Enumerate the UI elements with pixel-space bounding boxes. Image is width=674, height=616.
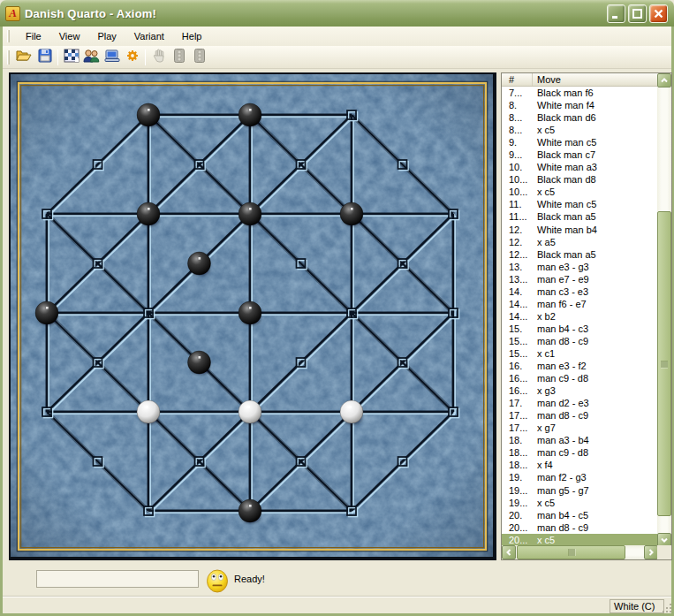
move-row[interactable]: 10...Black man d8	[502, 173, 658, 186]
move-number: 8.	[502, 99, 533, 111]
maximize-button[interactable]	[628, 4, 647, 23]
toolbar-board-button[interactable]	[61, 48, 81, 67]
move-row[interactable]: 14...x b2	[502, 310, 658, 323]
move-row[interactable]: 18.man a3 - b4	[502, 434, 658, 446]
move-row[interactable]: 13.man e3 - g3	[502, 261, 658, 273]
move-row[interactable]: 17...man d8 - c9	[502, 409, 658, 422]
resize-grip[interactable]	[661, 602, 673, 614]
toolbar-players-button[interactable]	[81, 48, 102, 67]
move-row[interactable]: 18...man c9 - d8	[502, 446, 658, 459]
move-text: x g3	[533, 384, 556, 397]
settings-icon	[125, 48, 140, 67]
move-row[interactable]: 19...x c5	[502, 497, 658, 509]
move-number: 9.	[502, 136, 533, 148]
move-row[interactable]: 8...Black man d6	[502, 111, 658, 124]
toolbar-settings-button[interactable]	[122, 48, 142, 67]
move-text: x g7	[533, 422, 556, 434]
menu-bar: FileViewPlayVariantHelp	[3, 27, 671, 46]
menu-view[interactable]: View	[50, 27, 89, 45]
scroll-up-button[interactable]	[657, 73, 671, 87]
move-row[interactable]: 9.White man c5	[502, 136, 658, 148]
move-number: 14...	[502, 298, 533, 310]
move-row[interactable]: 11.White man c5	[502, 198, 658, 210]
move-row[interactable]: 11...Black man a5	[502, 210, 658, 223]
minimize-button[interactable]	[607, 4, 625, 23]
move-row[interactable]: 20...man d8 - c9	[502, 521, 658, 534]
vertical-scrollbar[interactable]	[657, 73, 671, 547]
message-input[interactable]	[36, 570, 199, 588]
move-row[interactable]: 10.White man a3	[502, 161, 658, 173]
move-text: man e7 - e9	[533, 273, 589, 285]
move-number: 10.	[502, 161, 533, 173]
move-number: 12.	[502, 224, 533, 236]
move-row[interactable]: 15...man d8 - c9	[502, 335, 658, 347]
traffic-light-2-icon	[193, 48, 207, 67]
move-number: 16...	[502, 372, 533, 384]
toolbar-save-button[interactable]	[34, 48, 55, 67]
move-row[interactable]: 16...man c9 - d8	[502, 372, 658, 384]
move-row[interactable]: 14.man c3 - e3	[502, 285, 658, 298]
scrollbar-corner	[657, 545, 671, 559]
move-row[interactable]: 12...Black man a5	[502, 248, 658, 261]
move-text: man f6 - e7	[533, 298, 587, 310]
move-row[interactable]: 15.man b4 - c3	[502, 323, 658, 335]
move-row[interactable]: 8...x c5	[502, 124, 658, 136]
close-button[interactable]	[649, 4, 668, 23]
toolbar-separator	[57, 49, 58, 65]
move-list: # Move 7...Black man f68.White man f48..…	[501, 72, 672, 560]
board-icon	[64, 48, 80, 67]
menu-help[interactable]: Help	[173, 27, 211, 45]
move-row[interactable]: 15...x c1	[502, 347, 658, 360]
move-row[interactable]: 9...Black man c7	[502, 148, 658, 161]
move-number: 15.	[502, 323, 533, 335]
move-row[interactable]: 12.White man b4	[502, 224, 658, 236]
toolbar-separator	[145, 49, 146, 65]
menu-gripper	[7, 30, 10, 42]
window-title: Danish Quarto - Axiom!	[25, 7, 156, 20]
menu-variant[interactable]: Variant	[125, 27, 173, 45]
scroll-left-button[interactable]	[502, 545, 516, 559]
move-row[interactable]: 19...man g5 - g7	[502, 484, 658, 497]
vertical-scroll-thumb[interactable]	[657, 211, 671, 516]
scroll-right-button[interactable]	[644, 545, 658, 559]
toolbar-open-button[interactable]	[14, 48, 34, 67]
move-number: 16.	[502, 360, 533, 372]
toolbar-traffic-light-1-button[interactable]	[169, 48, 189, 67]
move-row[interactable]: 20.man b4 - c5	[502, 509, 658, 521]
menu-file[interactable]: File	[17, 27, 50, 45]
horizontal-scroll-thumb[interactable]	[517, 545, 625, 559]
move-row[interactable]: 18...x f4	[502, 459, 658, 471]
move-row[interactable]: 10...x c5	[502, 186, 658, 198]
game-board[interactable]	[9, 72, 496, 560]
move-text: man d8 - c9	[533, 409, 588, 422]
move-row[interactable]: 17.man d2 - e3	[502, 397, 658, 409]
toolbar-traffic-light-2-button[interactable]	[189, 48, 209, 67]
column-header-move[interactable]: Move	[533, 73, 671, 86]
move-row[interactable]: 16.man e3 - f2	[502, 360, 658, 372]
move-number: 17.	[502, 397, 533, 409]
move-row[interactable]: 20...x c5	[502, 534, 658, 546]
status-bar: White (C)	[3, 596, 671, 613]
move-text: White man a3	[533, 161, 597, 173]
move-list-header[interactable]: # Move	[502, 73, 671, 87]
toolbar-computer-button[interactable]	[102, 48, 122, 67]
move-row[interactable]: 19.man f2 - g3	[502, 471, 658, 483]
move-row[interactable]: 17...x g7	[502, 422, 658, 434]
move-row[interactable]: 7...Black man f6	[502, 87, 658, 99]
open-icon	[16, 48, 33, 67]
move-row[interactable]: 16...x g3	[502, 384, 658, 397]
move-row[interactable]: 14...man f6 - e7	[502, 298, 658, 310]
move-number: 8...	[502, 124, 533, 136]
horizontal-scrollbar[interactable]	[502, 545, 658, 559]
move-number: 13...	[502, 273, 533, 285]
toolbar-hand-button[interactable]	[148, 48, 169, 67]
move-row[interactable]: 12.x a5	[502, 236, 658, 248]
column-header-number[interactable]: #	[502, 73, 533, 86]
move-row[interactable]: 13...man e7 - e9	[502, 273, 658, 285]
status-message: Ready!	[234, 574, 265, 584]
move-text: man f2 - g3	[533, 471, 587, 483]
menu-play[interactable]: Play	[88, 27, 125, 45]
move-text: Black man c7	[533, 148, 595, 161]
move-row[interactable]: 8.White man f4	[502, 99, 658, 111]
move-text: man d2 - e3	[533, 397, 589, 409]
